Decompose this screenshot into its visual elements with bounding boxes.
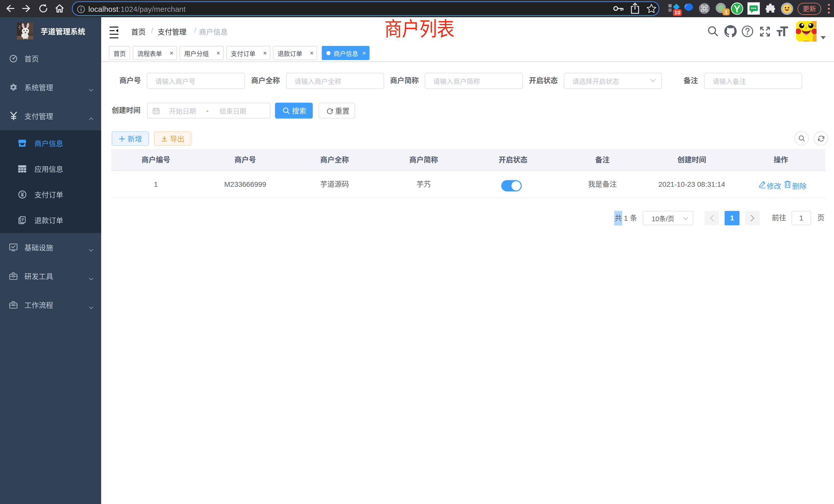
svg-text:10: 10 bbox=[674, 9, 680, 16]
svg-text:1: 1 bbox=[725, 9, 728, 15]
